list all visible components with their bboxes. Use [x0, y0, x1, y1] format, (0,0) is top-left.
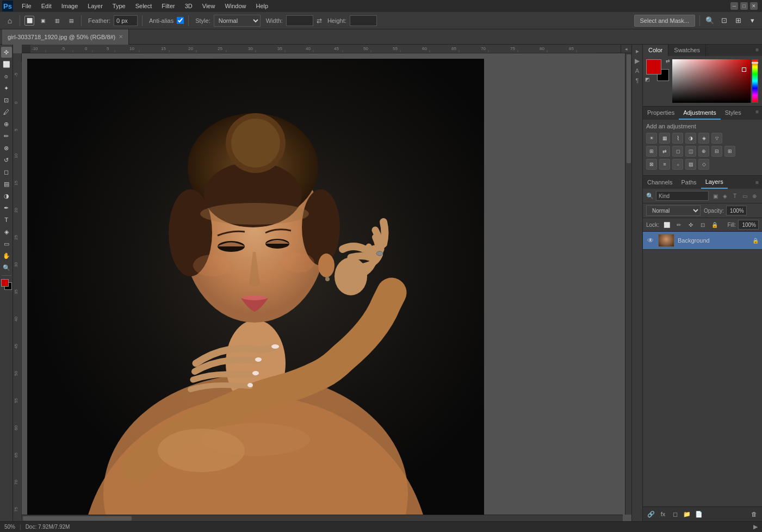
adj-color-lookup[interactable]: ⊟	[711, 146, 722, 157]
filter-shape-icon[interactable]: ▭	[740, 191, 749, 200]
tab-layers[interactable]: Layers	[701, 176, 728, 189]
opacity-input[interactable]	[726, 206, 747, 215]
menu-window[interactable]: Window	[220, 2, 250, 10]
tool-eraser[interactable]: ◻	[1, 166, 12, 177]
link-layers-btn[interactable]: 🔗	[646, 509, 656, 519]
menu-3d[interactable]: 3D	[181, 2, 197, 10]
tab-styles[interactable]: Styles	[721, 107, 746, 120]
adj-panel-options[interactable]: ≡	[752, 107, 762, 120]
tool-text[interactable]: T	[1, 214, 12, 225]
tool-pen[interactable]: ✒	[1, 202, 12, 213]
select-mask-btn[interactable]: Select and Mask...	[634, 15, 696, 27]
filter-type-icon[interactable]: T	[730, 191, 739, 200]
rect-select-icon[interactable]: ⬜	[24, 16, 34, 26]
layer-item-background[interactable]: 👁 Background 🔒	[643, 232, 762, 250]
menu-view[interactable]: View	[198, 2, 220, 10]
tool-select-rect[interactable]: ⬜	[1, 59, 12, 70]
lock-position-icon[interactable]: ✜	[686, 220, 695, 229]
adj-levels[interactable]: ▦	[659, 133, 670, 144]
menu-help[interactable]: Help	[252, 2, 273, 10]
menu-filter[interactable]: Filter	[157, 2, 179, 10]
adj-gradient-map[interactable]: ▨	[685, 159, 696, 170]
color-spectrum[interactable]	[672, 59, 758, 103]
tool-hand[interactable]: ✋	[1, 250, 12, 261]
menu-edit[interactable]: Edit	[37, 2, 56, 10]
lock-transparency-icon[interactable]: ⬜	[662, 220, 671, 229]
tool-magic-wand[interactable]: ✦	[1, 83, 12, 94]
menu-layer[interactable]: Layer	[83, 2, 107, 10]
layers-kind-filter[interactable]: Kind	[656, 191, 709, 201]
fixed-select-icon[interactable]: ▣	[38, 15, 48, 26]
tab-color[interactable]: Color	[643, 45, 668, 56]
single-row-icon[interactable]: ▤	[66, 15, 77, 26]
hscroll-thumb[interactable]	[23, 516, 132, 521]
tool-clone[interactable]: ⊗	[1, 143, 12, 153]
lock-artboard-icon[interactable]: ⊡	[698, 220, 707, 229]
color-swatches[interactable]	[1, 279, 12, 290]
options-chevron-icon[interactable]: ▾	[747, 15, 758, 26]
tool-lasso[interactable]: ⌾	[1, 71, 12, 82]
fill-input[interactable]	[738, 220, 759, 230]
tool-crop[interactable]: ⊡	[1, 95, 12, 106]
close-btn[interactable]: ✕	[750, 2, 758, 10]
panel-expand-btn[interactable]: ◂	[621, 45, 631, 53]
adj-photo-filter[interactable]: ◫	[685, 146, 696, 157]
adj-vibrance[interactable]: ◈	[698, 133, 709, 144]
side-icon-text[interactable]: A	[633, 66, 642, 75]
tool-shape[interactable]: ▭	[1, 238, 12, 249]
filter-smart-icon[interactable]: ⊕	[750, 191, 759, 200]
add-mask-btn[interactable]: ◻	[670, 509, 680, 519]
anti-alias-checkbox[interactable]	[177, 17, 184, 24]
menu-file[interactable]: File	[17, 2, 36, 10]
style-select[interactable]: Normal Fixed Ratio Fixed Size	[214, 15, 261, 27]
tab-properties[interactable]: Properties	[643, 107, 679, 120]
adj-grid[interactable]: ⊞	[724, 146, 735, 157]
tab-swatches[interactable]: Swatches	[668, 45, 706, 56]
panel-toggle-icon[interactable]: ⊡	[718, 15, 729, 26]
minimize-btn[interactable]: ─	[730, 2, 738, 10]
default-colors-btn[interactable]: ◩	[645, 77, 650, 82]
lock-pixels-icon[interactable]: ✏	[674, 220, 683, 229]
lock-all-icon[interactable]: 🔒	[710, 220, 719, 229]
tool-heal[interactable]: ⊕	[1, 119, 12, 129]
tool-eyedropper[interactable]: 🖊	[1, 107, 12, 117]
expand-status-btn[interactable]: ▶	[753, 523, 758, 530]
adj-posterize[interactable]: ≡	[659, 159, 670, 170]
vertical-scrollbar[interactable]	[625, 53, 631, 515]
adj-selective-color[interactable]: ◇	[698, 159, 709, 170]
tab-close-btn[interactable]: ✕	[119, 34, 123, 40]
side-icon-para[interactable]: ¶	[633, 76, 642, 85]
new-layer-btn[interactable]: 📄	[694, 509, 704, 519]
tab-channels[interactable]: Channels	[643, 176, 677, 188]
filter-adjustment-icon[interactable]: ◈	[721, 191, 729, 200]
swap-wh-btn[interactable]: ⇄	[317, 17, 322, 24]
adj-hue-sat[interactable]: ⊞	[646, 146, 657, 157]
adj-color-bal[interactable]: ⇄	[659, 146, 670, 157]
hue-slider[interactable]	[752, 59, 758, 103]
menu-type[interactable]: Type	[108, 2, 130, 10]
adj-channel-mixer[interactable]: ⊕	[698, 146, 709, 157]
tab-adjustments[interactable]: Adjustments	[679, 107, 721, 120]
new-group-btn[interactable]: 📁	[682, 509, 692, 519]
foreground-color-swatch[interactable]	[1, 279, 9, 287]
tab-paths[interactable]: Paths	[677, 176, 701, 188]
side-icon-play[interactable]: ▶	[633, 57, 642, 65]
single-col-icon[interactable]: ▥	[52, 15, 63, 26]
filter-pixel-icon[interactable]: ▣	[711, 191, 720, 200]
tool-brush[interactable]: ✏	[1, 131, 12, 141]
active-document-tab[interactable]: girl-3033718_1920.jpg @ 50% (RGB/8#) ✕	[2, 29, 129, 45]
home-btn[interactable]: ⌂	[4, 15, 15, 26]
adj-brightness[interactable]: ☀	[646, 133, 657, 144]
add-effect-btn[interactable]: fx	[658, 509, 668, 519]
tool-gradient[interactable]: ▤	[1, 178, 12, 189]
side-icon-expand[interactable]: ▸	[633, 47, 642, 55]
adj-curves[interactable]: ⌇	[672, 133, 683, 144]
tool-path-select[interactable]: ◈	[1, 226, 12, 237]
feather-input[interactable]	[114, 15, 138, 26]
color-panel-options[interactable]: ≡	[752, 45, 762, 56]
adj-invert[interactable]: ⊠	[646, 159, 657, 170]
layer-visibility-btn[interactable]: 👁	[646, 236, 655, 245]
menu-select[interactable]: Select	[131, 2, 157, 10]
tool-dodge[interactable]: ◑	[1, 190, 12, 201]
arrange-icon[interactable]: ⊞	[733, 15, 744, 26]
